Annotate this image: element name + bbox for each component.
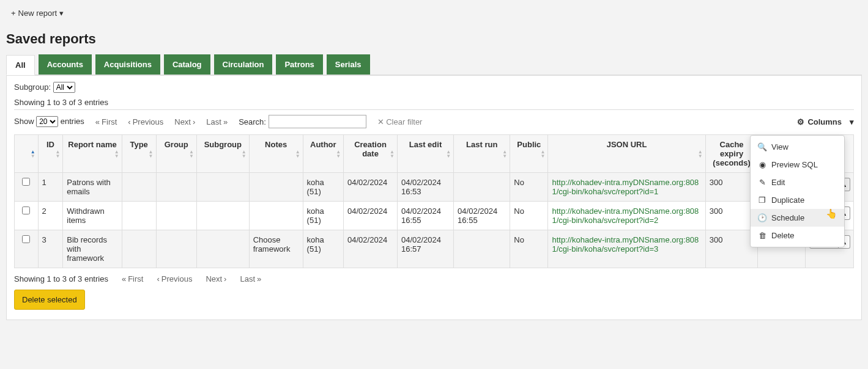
cell-name: Withdrawn items: [63, 202, 122, 230]
double-chevron-left-icon: «: [122, 274, 126, 283]
th-public[interactable]: Public▲▼: [510, 135, 548, 173]
th-notes[interactable]: Notes▲▼: [249, 135, 303, 173]
first-page-link[interactable]: «First: [95, 117, 117, 126]
cell-group: [156, 230, 196, 268]
tab-all[interactable]: All: [6, 55, 35, 75]
chevron-right-icon: ›: [193, 117, 195, 126]
divider: [14, 109, 854, 110]
columns-button[interactable]: ⚙ Columns ▾: [797, 117, 854, 126]
subgroup-select[interactable]: All: [53, 82, 75, 93]
th-select[interactable]: ▲▼: [15, 135, 39, 173]
chevron-left-icon: ‹: [157, 274, 159, 283]
cell-id: 3: [38, 230, 63, 268]
cell-notes: [249, 202, 303, 230]
cell-id: 2: [38, 202, 63, 230]
menu-view[interactable]: 🔍View: [751, 138, 844, 156]
cell-author: koha (51): [303, 202, 343, 230]
chevron-right-icon: ›: [224, 274, 226, 283]
search-input[interactable]: [269, 115, 366, 128]
th-id[interactable]: ID▲▼: [38, 135, 63, 173]
cell-lrun: [454, 173, 510, 202]
search-label: Search:: [239, 117, 266, 126]
cell-author: koha (51): [303, 173, 343, 202]
cell-name: Bib records with framework: [63, 230, 122, 268]
copy-icon: ❐: [758, 195, 766, 205]
clock-icon: 🕑: [758, 213, 766, 222]
cell-lrun: 04/02/2024 16:55: [454, 202, 510, 230]
cell-subgroup: [196, 230, 249, 268]
clear-filter-link[interactable]: ✕ Clear filter: [377, 117, 423, 126]
cell-cdate: 04/02/2024: [344, 230, 398, 268]
prev-page-link[interactable]: ‹ Previous: [128, 117, 163, 126]
th-subgroup[interactable]: Subgroup▲▼: [196, 135, 249, 173]
tab-acquisitions[interactable]: Acquisitions: [95, 54, 160, 75]
chevron-left-icon: ‹: [128, 117, 130, 126]
menu-schedule[interactable]: 🕑Schedule: [751, 209, 844, 227]
th-last-run[interactable]: Last run▲▼: [454, 135, 510, 173]
cell-cdate: 04/02/2024: [344, 202, 398, 230]
showing-text-bottom: Showing 1 to 3 of 3 entries: [14, 274, 108, 283]
showing-text-top: Showing 1 to 3 of 3 entries: [14, 98, 854, 107]
json-url-link[interactable]: http://kohadev-intra.myDNSname.org:8081/…: [552, 178, 699, 196]
menu-duplicate[interactable]: ❐Duplicate: [751, 191, 844, 209]
trash-icon: 🗑: [758, 231, 766, 240]
entries-label: entries: [61, 117, 84, 126]
cell-subgroup: [196, 202, 249, 230]
th-report-name[interactable]: Report name▲▼: [63, 135, 122, 173]
page-title: Saved reports: [6, 31, 862, 47]
cell-ledit: 04/02/2024 16:57: [397, 230, 453, 268]
cell-name: Patrons with emails: [63, 173, 122, 202]
show-label: Show: [14, 117, 34, 126]
next-page-link-bottom[interactable]: Next ›: [206, 274, 226, 283]
menu-preview-sql[interactable]: ◉Preview SQL: [751, 156, 844, 174]
subgroup-label: Subgroup:: [14, 82, 51, 92]
cell-author: koha (51): [303, 230, 343, 268]
th-author[interactable]: Author▲▼: [303, 135, 343, 173]
row-checkbox[interactable]: [22, 206, 30, 214]
tab-catalog[interactable]: Catalog: [164, 54, 210, 75]
new-report-label: New report: [18, 9, 57, 18]
delete-selected-button[interactable]: Delete selected: [14, 290, 85, 310]
th-type[interactable]: Type▲▼: [122, 135, 156, 173]
pencil-icon: ✎: [758, 178, 766, 187]
cell-id: 1: [38, 173, 63, 202]
last-page-link[interactable]: Last »: [206, 117, 228, 126]
double-chevron-right-icon: »: [257, 274, 261, 283]
x-icon: ✕: [377, 117, 384, 126]
caret-down-icon: ▾: [59, 9, 64, 18]
prev-page-link-bottom[interactable]: ‹ Previous: [157, 274, 192, 283]
search-icon: 🔍: [758, 142, 766, 152]
cell-notes: Choose framework: [249, 230, 303, 268]
json-url-link[interactable]: http://kohadev-intra.myDNSname.org:8081/…: [552, 206, 699, 225]
caret-down-icon: ▾: [850, 117, 854, 126]
table-row: 2 Withdrawn items koha (51) 04/02/2024 0…: [15, 202, 854, 230]
tab-circulation[interactable]: Circulation: [214, 54, 273, 75]
tabs: All Accounts Acquisitions Catalog Circul…: [6, 54, 862, 75]
cell-ledit: 04/02/2024 16:53: [397, 173, 453, 202]
table-row: 3 Bib records with framework Choose fram…: [15, 230, 854, 268]
new-report-button[interactable]: + New report ▾: [6, 6, 69, 20]
tab-patrons[interactable]: Patrons: [276, 54, 322, 75]
row-checkbox[interactable]: [22, 235, 30, 243]
cell-lrun: [454, 230, 510, 268]
th-last-edit[interactable]: Last edit▲▼: [397, 135, 453, 173]
last-page-link-bottom[interactable]: Last »: [240, 274, 261, 283]
cell-type: [122, 230, 156, 268]
first-page-link-bottom[interactable]: «First: [122, 274, 144, 283]
run-dropdown-menu: 🔍View ◉Preview SQL ✎Edit ❐Duplicate 🕑Sch…: [750, 135, 845, 247]
next-page-link[interactable]: Next ›: [174, 117, 195, 126]
tab-serials[interactable]: Serials: [327, 54, 370, 75]
show-entries-select[interactable]: 20: [36, 116, 58, 127]
table-row: 1 Patrons with emails koha (51) 04/02/20…: [15, 173, 854, 202]
reports-table: ▲▼ ID▲▼ Report name▲▼ Type▲▼ Group▲▼ Sub…: [14, 134, 854, 268]
th-group[interactable]: Group▲▼: [156, 135, 196, 173]
menu-edit[interactable]: ✎Edit: [751, 174, 844, 191]
th-json-url[interactable]: JSON URL▲▼: [548, 135, 705, 173]
menu-delete[interactable]: 🗑Delete: [751, 227, 844, 244]
row-checkbox[interactable]: [22, 178, 30, 186]
cell-ledit: 04/02/2024 16:55: [397, 202, 453, 230]
json-url-link[interactable]: http://kohadev-intra.myDNSname.org:8081/…: [552, 235, 699, 254]
th-creation-date[interactable]: Creation date▲▼: [344, 135, 398, 173]
tab-accounts[interactable]: Accounts: [39, 54, 92, 75]
cell-type: [122, 202, 156, 230]
